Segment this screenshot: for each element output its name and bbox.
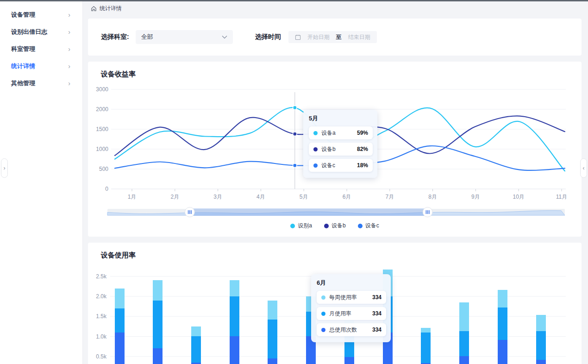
breadcrumb-label: 统计详情 [100,5,122,13]
chevron-right-icon: › [68,80,70,87]
bar-2月[interactable] [153,280,163,364]
bar-12月[interactable] [536,315,546,364]
tooltip-month: 5月 [309,114,373,123]
bar-segment-总使用次数 [498,340,507,364]
filter-panel: 选择科室: 全部 选择时间 开始日期 至 结束日期 [88,19,582,56]
time-filter-label: 选择时间 [255,33,281,41]
bar-segment-月使用率 [498,308,507,340]
y-axis-label: 0.5k [90,353,106,360]
sidebar-item-lending-log[interactable]: 设别出借日志 › [0,23,82,40]
series-c-dot-icon [313,163,318,168]
bar-segment-总使用次数 [115,333,125,364]
x-axis-label: 1月 [123,193,141,201]
chevron-down-icon [222,35,227,39]
sidebar-item-device-management[interactable]: 设备管理 › [0,6,82,23]
sidebar-item-other-management[interactable]: 其他管理 › [0,75,82,92]
sidebar-item-statistics-detail[interactable]: 统计详情 › [0,57,82,75]
date-separator: 至 [336,33,342,41]
y-axis-label: 2000 [92,106,108,113]
department-select[interactable]: 全部 [136,30,233,44]
tooltip-month: 6月 [317,279,386,287]
legend-label: 设备b [332,222,346,230]
monthly-usage-dot-icon [321,312,325,316]
tooltip-series-value: 18% [357,162,368,169]
chevron-right-icon: › [68,11,70,19]
bar-segment-每周使用率 [230,280,239,296]
tooltip-series-value: 82% [357,146,368,152]
bar-segment-每周使用率 [268,301,277,320]
legend-b-dot-icon [324,224,329,228]
chevron-right-icon: › [68,45,70,53]
bar-4月[interactable] [230,280,239,364]
bar-segment-每周使用率 [536,315,546,332]
tooltip-series-name: 设备a [321,129,353,137]
bar-segment-总使用次数 [153,348,163,364]
tooltip-series-name: 设备b [321,145,353,153]
tooltip-series-name: 总使用次数 [329,326,369,334]
sidebar: 设备管理 › 设别出借日志 › 科室管理 › 统计详情 › 其他管理 › [0,1,82,364]
bar-9月[interactable] [421,328,431,364]
series-b-dot-icon [313,147,318,151]
y-axis-label: 1.5k [90,313,106,320]
date-range-picker[interactable]: 开始日期 至 结束日期 [288,31,377,43]
bar-10月[interactable] [459,302,469,364]
bar-segment-每周使用率 [459,302,469,331]
y-axis-label: 1500 [92,126,108,132]
bar-segment-总使用次数 [268,358,277,364]
bar-segment-月使用率 [115,308,125,333]
sidebar-item-label: 统计详情 [11,62,35,70]
y-axis-label: 0 [92,186,108,192]
y-axis-label: 2.0k [90,293,106,300]
total-usage-dot-icon [321,328,325,332]
sidebar-item-label: 其他管理 [11,79,35,88]
x-axis-label: 3月 [209,193,227,201]
collapse-left-toggle[interactable]: › [1,158,8,178]
start-date-input[interactable]: 开始日期 [307,33,330,41]
weekly-usage-dot-icon [321,295,325,300]
bar-segment-每周使用率 [191,326,201,337]
collapse-right-toggle[interactable]: ‹ [580,158,587,178]
bar-segment-月使用率 [191,336,201,362]
bar-segment-每周使用率 [421,328,431,333]
bar-11月[interactable] [498,290,507,364]
sidebar-item-department-management[interactable]: 科室管理 › [0,40,82,57]
datazoom-handle[interactable] [185,207,194,217]
x-axis-label: 9月 [466,193,485,201]
bar-segment-总使用次数 [230,336,239,364]
revenue-chart-card: 设备收益率 05001000150020003000 1月2月3月4月5月6月7… [88,62,582,237]
main-content: 统计详情 选择科室: 全部 选择时间 开始日期 至 结束日期 [82,1,588,364]
bar-segment-月使用率 [421,333,431,364]
x-axis-label: 6月 [338,193,356,201]
tooltip-row: 设备c 18% [309,159,373,172]
calendar-icon [295,34,301,40]
y-axis-label: 1.0k [90,333,106,340]
bar-segment-月使用率 [459,331,469,356]
y-axis-label: 500 [92,166,108,172]
x-axis-label: 7月 [381,193,399,201]
tooltip-row: 总使用次数 334 [317,323,386,336]
sidebar-item-label: 设备管理 [11,11,35,19]
bar-segment-总使用次数 [536,360,546,364]
datazoom-slider[interactable] [88,206,582,221]
department-filter-label: 选择科室: [101,33,129,41]
tooltip-row: 设备a 59% [309,126,373,139]
legend-item-b[interactable]: 设备b [324,222,346,230]
legend-item-a[interactable]: 设别a [290,222,312,230]
bar-segment-月使用率 [153,301,163,349]
chevron-right-icon: › [4,165,6,171]
tooltip-series-value: 334 [372,294,382,301]
x-axis-label: 8月 [424,193,442,201]
datazoom-handle[interactable] [423,207,432,217]
bar-3月[interactable] [191,326,201,364]
bar-1月[interactable] [115,289,125,364]
y-axis-label: 2.5k [90,273,106,280]
chevron-left-icon: ‹ [583,165,585,171]
chevron-right-icon: › [68,63,70,70]
x-axis-label: 5月 [294,193,313,201]
bar-segment-月使用率 [230,296,239,337]
legend-item-c[interactable]: 设备c [358,222,379,230]
bar-segment-月使用率 [536,331,546,359]
bar-segment-每周使用率 [498,290,507,308]
end-date-input[interactable]: 结束日期 [348,33,370,41]
bar-5月[interactable] [268,301,277,364]
